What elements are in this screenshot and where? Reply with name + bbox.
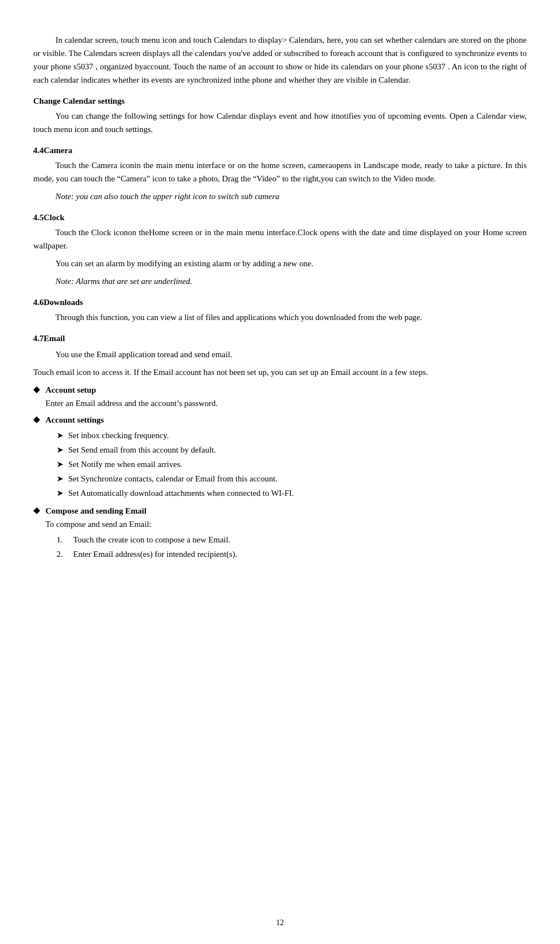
intro-paragraph: In calendar screen, touch menu icon and … [33,33,527,87]
camera-body: Touch the Camera iconin the main menu in… [33,159,527,185]
number-marker-1: 2. [57,547,73,561]
sub-item-0-text: Set inbox checking frequency. [68,429,169,442]
sub-item-1: ➤ Set Send email from this account by de… [57,443,527,456]
account-settings-label: Account settings [45,415,104,424]
account-setup-label: Account setup [45,385,96,394]
email-intro1: You use the Email application toread and… [33,348,527,361]
page: In calendar screen, touch menu icon and … [0,0,560,944]
numbered-item-0: 1. Touch the create icon to compose a ne… [57,533,527,546]
clock-body2: You can set an alarm by modifying an exi… [33,257,527,270]
change-calendar-heading: Change Calendar settings [33,97,527,106]
compose-numbered-list: 1. Touch the create icon to compose a ne… [57,533,527,561]
downloads-section: 4.6Downloads Through this function, you … [33,298,527,324]
bullet-account-settings: ◆ Account settings ➤ Set inbox checking … [33,413,527,501]
diamond-icon-account-setup: ◆ [33,384,40,394]
camera-heading: 4.4Camera [33,146,527,155]
clock-heading: 4.5Clock [33,213,527,222]
numbered-item-0-text: Touch the create icon to compose a new E… [73,533,230,546]
numbered-item-1: 2. Enter Email address(es) for intended … [57,547,527,561]
email-intro1-block: You use the Email application toread and… [33,348,527,361]
sub-item-4-text: Set Automatically download attachments w… [68,486,294,500]
compose-email-label: Compose and sending Email [45,506,146,515]
clock-section: 4.5Clock Touch the Clock iconon theHome … [33,213,527,288]
downloads-body: Through this function, you can view a li… [33,311,527,324]
sub-item-2-text: Set Notify me when email arrives. [68,458,182,471]
number-marker-0: 1. [57,533,73,546]
arrow-icon-3: ➤ [57,472,64,485]
numbered-item-1-text: Enter Email address(es) for intended rec… [73,547,237,561]
bullet-account-setup: ◆ Account setup Enter an Email address a… [33,383,527,410]
email-heading: 4.7Email [33,334,527,343]
account-settings-sublist: ➤ Set inbox checking frequency. ➤ Set Se… [57,429,527,500]
email-section: 4.7Email You use the Email application t… [33,334,527,562]
compose-intro-text: To compose and send an Email: [45,520,151,529]
compose-email-content: Compose and sending Email To compose and… [45,504,527,562]
bullet-compose-email: ◆ Compose and sending Email To compose a… [33,504,527,562]
diamond-icon-account-settings: ◆ [33,414,40,424]
email-intro2: Touch email icon to access it. If the Em… [33,366,527,379]
camera-note: Note: you can also touch the upper right… [55,190,527,203]
sub-item-1-text: Set Send email from this account by defa… [68,443,216,456]
account-setup-content: Account setup Enter an Email address and… [45,383,527,410]
arrow-icon-0: ➤ [57,429,64,442]
sub-item-4: ➤ Set Automatically download attachments… [57,486,527,500]
diamond-icon-compose: ◆ [33,505,40,515]
sub-item-3: ➤ Set Synchronize contacts, calendar or … [57,472,527,485]
arrow-icon-1: ➤ [57,443,64,456]
arrow-icon-4: ➤ [57,486,64,500]
clock-body1: Touch the Clock iconon theHome screen or… [33,226,527,252]
sub-item-2: ➤ Set Notify me when email arrives. [57,458,527,471]
sub-item-3-text: Set Synchronize contacts, calendar or Em… [68,472,277,485]
arrow-icon-2: ➤ [57,458,64,471]
camera-section: 4.4Camera Touch the Camera iconin the ma… [33,146,527,203]
clock-note: Note: Alarms that are set are underlined… [55,275,527,288]
account-setup-body: Enter an Email address and the account’s… [45,399,218,408]
sub-item-0: ➤ Set inbox checking frequency. [57,429,527,442]
downloads-heading: 4.6Downloads [33,298,527,307]
change-calendar-body: You can change the following settings fo… [33,109,527,136]
change-calendar-section: Change Calendar settings You can change … [33,97,527,136]
account-settings-content: Account settings ➤ Set inbox checking fr… [45,413,527,501]
page-number: 12 [276,918,284,927]
